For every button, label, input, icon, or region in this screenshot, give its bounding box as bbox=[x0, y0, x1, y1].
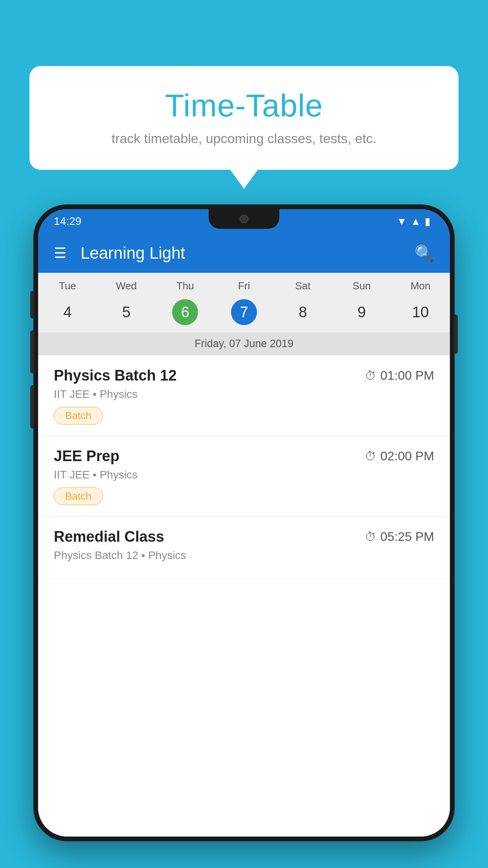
phone-power-button bbox=[454, 314, 458, 354]
day-numbers: 4 5 6 7 8 9 10 bbox=[38, 295, 450, 332]
status-icons: ▼ ▲ ▮ bbox=[397, 215, 430, 228]
day-header-sun: Sun bbox=[332, 280, 391, 292]
phone-frame: 14:29 ▼ ▲ ▮ ☰ Learning Light 🔍 Tue Wed T… bbox=[33, 204, 455, 841]
schedule-meta-1: IIT JEE • Physics bbox=[54, 388, 434, 401]
phone-vol-up-button bbox=[30, 330, 34, 373]
phone-container: 14:29 ▼ ▲ ▮ ☰ Learning Light 🔍 Tue Wed T… bbox=[33, 204, 455, 868]
day-header-fri: Fri bbox=[215, 280, 273, 292]
signal-icon: ▲ bbox=[411, 215, 421, 228]
day-header-mon: Mon bbox=[391, 280, 450, 292]
schedule-name-3: Remedial Class bbox=[54, 528, 164, 545]
phone-mute-button bbox=[30, 291, 34, 318]
day-header-sat: Sat bbox=[273, 280, 332, 292]
bubble-title: Time-Table bbox=[53, 88, 435, 124]
schedule-name-1: Physics Batch 12 bbox=[54, 367, 177, 384]
speech-bubble: Time-Table track timetable, upcoming cla… bbox=[29, 66, 459, 170]
clock-icon-3: ⏱ bbox=[365, 530, 376, 544]
schedule-item-3-top: Remedial Class ⏱ 05:25 PM bbox=[54, 528, 434, 545]
search-icon[interactable]: 🔍 bbox=[415, 244, 434, 263]
status-time: 14:29 bbox=[54, 215, 81, 228]
schedule-item-2-top: JEE Prep ⏱ 02:00 PM bbox=[54, 448, 434, 465]
clock-icon-2: ⏱ bbox=[365, 450, 376, 463]
schedule-item-1-top: Physics Batch 12 ⏱ 01:00 PM bbox=[54, 367, 434, 384]
batch-tag-2: Batch bbox=[54, 487, 103, 505]
app-bar: ☰ Learning Light 🔍 bbox=[38, 234, 450, 273]
hamburger-icon[interactable]: ☰ bbox=[54, 246, 66, 260]
calendar-section: Tue Wed Thu Fri Sat Sun Mon 4 5 6 7 bbox=[38, 273, 450, 355]
schedule-meta-3: Physics Batch 12 • Physics bbox=[54, 549, 434, 562]
day-9[interactable]: 9 bbox=[332, 304, 391, 321]
day-header-wed: Wed bbox=[97, 280, 156, 292]
schedule-name-2: JEE Prep bbox=[54, 448, 119, 465]
phone-camera bbox=[240, 215, 248, 223]
app-title: Learning Light bbox=[81, 244, 415, 263]
day-7-circle[interactable]: 7 bbox=[215, 299, 273, 325]
schedule-item-2[interactable]: JEE Prep ⏱ 02:00 PM IIT JEE • Physics Ba… bbox=[38, 436, 450, 517]
day-6-green: 6 bbox=[172, 299, 198, 325]
schedule-time-value-3: 05:25 PM bbox=[380, 530, 434, 544]
bubble-subtitle: track timetable, upcoming classes, tests… bbox=[53, 131, 435, 146]
day-header-thu: Thu bbox=[156, 280, 215, 292]
battery-icon: ▮ bbox=[425, 215, 430, 228]
clock-icon-1: ⏱ bbox=[365, 369, 376, 383]
schedule-time-3: ⏱ 05:25 PM bbox=[365, 530, 434, 544]
schedule-time-value-2: 02:00 PM bbox=[380, 449, 434, 463]
schedule-time-2: ⏱ 02:00 PM bbox=[365, 449, 434, 463]
schedule-time-1: ⏱ 01:00 PM bbox=[365, 368, 434, 383]
phone-screen: 14:29 ▼ ▲ ▮ ☰ Learning Light 🔍 Tue Wed T… bbox=[38, 209, 450, 837]
schedule-list: Physics Batch 12 ⏱ 01:00 PM IIT JEE • Ph… bbox=[38, 355, 450, 837]
schedule-item-1[interactable]: Physics Batch 12 ⏱ 01:00 PM IIT JEE • Ph… bbox=[38, 355, 450, 436]
day-header-tue: Tue bbox=[38, 280, 97, 292]
batch-tag-1: Batch bbox=[54, 407, 103, 425]
day-10[interactable]: 10 bbox=[391, 304, 450, 321]
day-5[interactable]: 5 bbox=[97, 304, 156, 321]
day-headers: Tue Wed Thu Fri Sat Sun Mon bbox=[38, 273, 450, 295]
phone-notch bbox=[209, 209, 279, 229]
day-4[interactable]: 4 bbox=[38, 304, 97, 321]
selected-date: Friday, 07 June 2019 bbox=[38, 332, 450, 355]
phone-vol-down-button bbox=[30, 385, 34, 428]
schedule-item-3[interactable]: Remedial Class ⏱ 05:25 PM Physics Batch … bbox=[38, 517, 450, 579]
schedule-time-value-1: 01:00 PM bbox=[380, 368, 434, 383]
wifi-icon: ▼ bbox=[397, 215, 407, 228]
day-8[interactable]: 8 bbox=[273, 304, 332, 321]
day-6-circle[interactable]: 6 bbox=[156, 299, 215, 325]
day-7-blue: 7 bbox=[231, 299, 257, 325]
schedule-meta-2: IIT JEE • Physics bbox=[54, 469, 434, 481]
